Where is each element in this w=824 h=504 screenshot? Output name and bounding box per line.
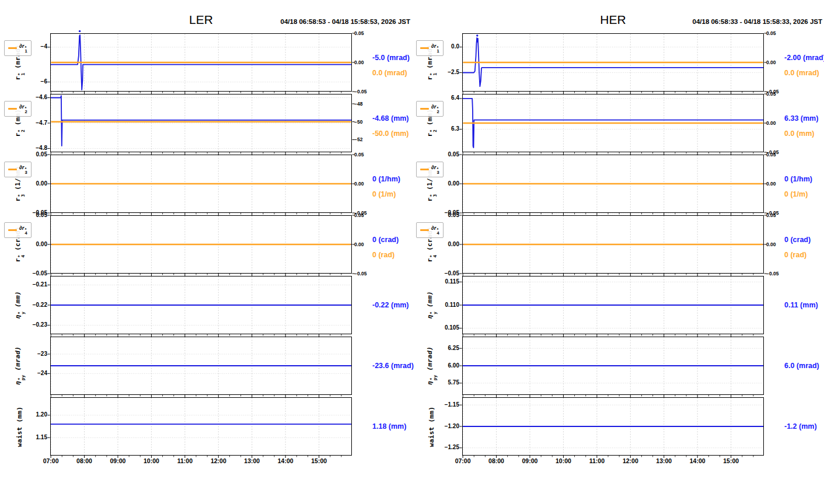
right-tick-label: 0.00 [354, 60, 364, 65]
subplot-row: waist (mm)1.201.151.18 (mm) [0, 397, 412, 456]
blue-value-label: -5.0 (mrad) [372, 54, 412, 62]
right-tick-label: 0.00 [766, 242, 776, 247]
legend-label: ∂r*2 [431, 103, 439, 114]
right-tick-label: −52 [354, 136, 362, 142]
legend: ∂r*1 [4, 40, 32, 56]
legend-line-sample [8, 108, 17, 110]
y-tick-label: −0.23 [0, 321, 47, 328]
sup-sub-stack: *2 [437, 107, 439, 114]
sup-sub-stack: *2 [18, 130, 26, 132]
subplot-row: r*1 (mrad)0.0−2.5∂r*10.050.00−0.05-2.00 … [412, 33, 824, 92]
sup-sub-stack: *1 [437, 46, 439, 54]
legend: ∂r*2 [4, 101, 32, 117]
y-tick-label: 0.00 [412, 180, 459, 187]
outlier-dot [476, 34, 478, 36]
sup-sub-stack: *y [430, 312, 438, 314]
right-tick-label: 0.05 [766, 30, 776, 36]
sup-sub-stack: *1 [25, 46, 27, 54]
blue-value-label: -0.22 (mm) [372, 301, 412, 309]
right-tick-label: −48 [354, 101, 362, 107]
sup-sub-stack: *y [18, 312, 26, 314]
blue-value-label: 1.18 (mm) [372, 422, 412, 430]
right-tick-label: 0.05 [766, 91, 776, 97]
sup-sub-stack: *4 [437, 228, 439, 236]
math-base: r [426, 76, 434, 80]
subplot-row: η*py (mrad)−23−24-23.6 (mrad) [0, 337, 412, 395]
x-tick-label: 10:00 [138, 457, 164, 464]
math-base: r [426, 133, 434, 137]
y-tick-label: 1.20 [0, 411, 47, 418]
right-tick-label: 0.05 [354, 212, 364, 218]
y-tick-label: 0.00 [412, 241, 459, 247]
legend-line-sample [8, 47, 17, 49]
y-tick-label: 1.15 [0, 434, 47, 440]
right-tick-label: −50 [354, 119, 362, 125]
x-tick-label: 13:00 [651, 457, 677, 464]
x-tick-label: 12:00 [617, 457, 643, 464]
plot-area [462, 215, 764, 274]
x-tick-label: 07:00 [38, 457, 64, 464]
legend-label: ∂r*3 [19, 164, 27, 175]
math-base: r [14, 198, 22, 202]
legend-line-sample [420, 47, 429, 49]
blue-value-label: 0 (1/hm) [372, 175, 412, 183]
right-tick-label: 0.05 [766, 152, 776, 158]
y-tick-label: 0.00 [0, 180, 47, 187]
blue-value-label: -2.00 (mrad) [784, 54, 824, 62]
legend: ∂r*2 [416, 101, 444, 117]
orange-value-label: 0 (rad) [784, 251, 824, 259]
right-tick-label: 0.00 [766, 181, 776, 187]
outlier-dot [79, 30, 81, 32]
legend-label: ∂r*1 [19, 43, 27, 54]
subplot-row: r*3 (1/hm)0.050.00−0.05∂r*30.050.00−0.05… [0, 155, 412, 213]
legend-line-sample [420, 229, 429, 231]
legend-line-sample [8, 229, 17, 231]
right-tick-label: 0.05 [766, 212, 776, 218]
plot-area [50, 94, 352, 152]
blue-value-label: 6.33 (mm) [784, 114, 824, 123]
y-tick-label: −0.05 [0, 270, 47, 276]
orange-value-label: 0 (rad) [372, 251, 412, 259]
y-tick-label: 6.00 [412, 362, 459, 369]
math-base: r [14, 258, 22, 262]
legend: ∂r*4 [416, 222, 444, 238]
math-base: ∂r [19, 164, 24, 170]
y-tick-label: −0.05 [412, 270, 459, 276]
y-tick-label: −4.7 [0, 120, 47, 126]
subplot-row: waist (mm)−1.15−1.20−1.25-1.2 (mm) [412, 397, 824, 456]
subplot-row: r*2 (mm)6.46.3∂r*20.050.00−0.056.33 (mm)… [412, 94, 824, 152]
panel-ler: LER 04/18 06:58:53 - 04/18 15:58:53, 202… [0, 0, 412, 504]
plot-area [462, 397, 764, 456]
y-tick-label: −23 [0, 351, 47, 357]
orange-value-label: 0 (1/m) [372, 190, 412, 198]
legend-label: ∂r*1 [431, 43, 439, 54]
math-base: ∂r [19, 43, 24, 49]
measured-line [50, 96, 352, 146]
legend: ∂r*3 [416, 162, 444, 177]
y-tick-label: 0.00 [0, 241, 47, 247]
math-base: ∂r [19, 103, 24, 110]
x-tick-label: 11:00 [584, 457, 610, 464]
right-tick-label: 0.05 [354, 30, 364, 36]
orange-value-label: 0 (1/m) [784, 190, 824, 198]
x-tick-label: 10:00 [550, 457, 576, 464]
sup-sub-stack: *3 [430, 194, 438, 197]
x-tick-label: 07:00 [450, 457, 476, 464]
plot-area [462, 337, 764, 395]
y-tick-label: −0.22 [0, 302, 47, 308]
orange-value-label: 0.0 (mrad) [372, 69, 412, 77]
sup-sub-stack: *4 [18, 255, 26, 258]
plot-frame [51, 398, 352, 456]
subplot-row: η*y (mm)−0.21−0.22−0.23-0.22 (mm) [0, 276, 412, 334]
time-range-label: 04/18 06:58:53 - 04/18 15:58:53, 2026 JS… [281, 18, 411, 25]
legend-line-sample [420, 108, 429, 110]
x-tick-label: 11:00 [172, 457, 198, 464]
sup-sub-stack: *1 [18, 73, 26, 76]
y-axis-label-wrap: η*py (mrad) [14, 337, 26, 395]
subplot-row: r*1 (mrad)−4−6∂r*10.050.00−0.05-5.0 (mra… [0, 33, 412, 92]
x-tick-label: 09:00 [105, 457, 131, 464]
y-tick-label: −4.8 [0, 145, 47, 151]
x-tick-label: 12:00 [205, 457, 231, 464]
subplot-row: η*y (mm)0.1150.1100.1050.11 (mm) [412, 276, 824, 334]
legend-line-sample [8, 169, 17, 170]
